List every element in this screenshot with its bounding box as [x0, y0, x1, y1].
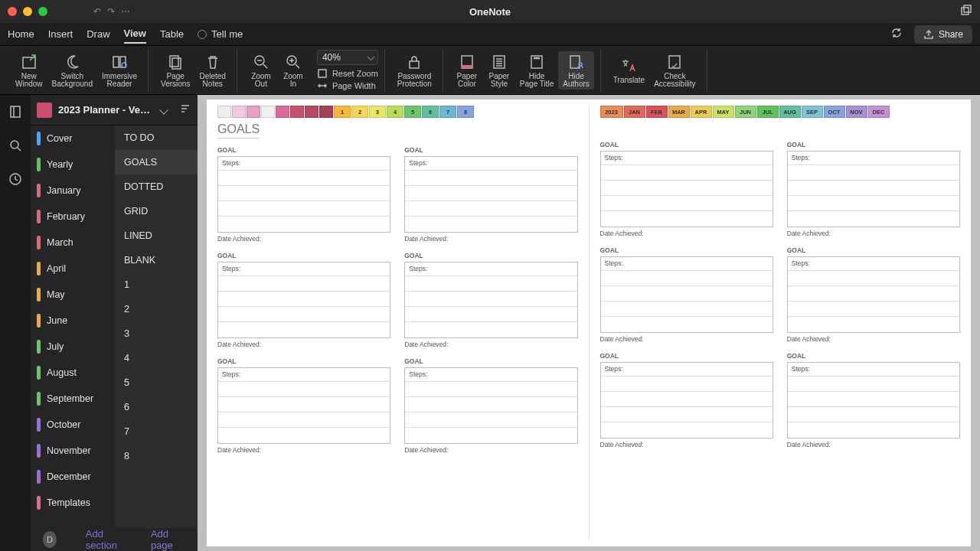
nav-tab[interactable]: [319, 106, 333, 118]
nav-tab[interactable]: NOV: [846, 106, 867, 118]
maximize-window[interactable]: [38, 7, 47, 16]
goal-box[interactable]: Steps:: [600, 362, 773, 439]
nav-tab[interactable]: 7: [439, 106, 456, 118]
nav-tab[interactable]: 2023: [600, 106, 623, 118]
section-item[interactable]: October: [31, 412, 115, 438]
nav-tab[interactable]: 8: [457, 106, 474, 118]
goal-card[interactable]: GOALSteps:Date Achieved:: [217, 357, 390, 454]
page-item[interactable]: 5: [115, 370, 198, 395]
section-item[interactable]: January: [31, 178, 115, 204]
switch-background-button[interactable]: Switch Background: [47, 51, 97, 90]
page-item[interactable]: 2: [115, 297, 198, 321]
page-item[interactable]: DOTTED: [115, 174, 198, 199]
canvas[interactable]: 12345678 GOALS GOALSteps:Date Achieved:G…: [198, 95, 980, 551]
nav-tab[interactable]: [232, 106, 246, 118]
add-section-button[interactable]: Add section: [86, 528, 128, 551]
goal-card[interactable]: GOALSteps:Date Achieved:: [600, 352, 773, 448]
goal-box[interactable]: Steps:: [404, 367, 577, 444]
page-item[interactable]: 3: [115, 321, 198, 346]
minimize-window[interactable]: [23, 7, 32, 16]
menu-insert[interactable]: Insert: [48, 25, 74, 43]
recent-rail-icon[interactable]: [8, 171, 23, 187]
nav-tab[interactable]: [305, 106, 318, 118]
goal-box[interactable]: Steps:: [600, 151, 773, 227]
sort-icon[interactable]: [179, 103, 191, 117]
search-rail-icon[interactable]: [8, 138, 23, 153]
hide-authors-button[interactable]: Hide Authors: [558, 51, 593, 90]
tell-me[interactable]: Tell me: [198, 25, 243, 43]
page-item[interactable]: 4: [115, 346, 198, 370]
section-item[interactable]: February: [31, 204, 115, 230]
nav-tab[interactable]: MAY: [713, 106, 734, 118]
goal-box[interactable]: Steps:: [404, 156, 577, 233]
notebooks-rail-icon[interactable]: [8, 104, 23, 119]
section-item[interactable]: November: [31, 438, 115, 464]
section-item[interactable]: July: [31, 334, 115, 360]
section-item[interactable]: December: [31, 464, 115, 490]
page-item[interactable]: 1: [115, 272, 198, 297]
goal-box[interactable]: Steps:: [787, 256, 960, 333]
nav-tab[interactable]: APR: [691, 106, 712, 118]
page-width-button[interactable]: Page Width: [317, 80, 378, 91]
goal-card[interactable]: GOALSteps:Date Achieved:: [404, 146, 577, 243]
goal-box[interactable]: Steps:: [217, 262, 390, 338]
nav-tab[interactable]: 3: [369, 106, 386, 118]
avatar[interactable]: D: [43, 531, 57, 548]
notebook-header[interactable]: 2023 Planner - Ve…: [31, 95, 198, 126]
goal-box[interactable]: Steps:: [600, 256, 773, 333]
hide-page-title-button[interactable]: Hide Page Title: [515, 51, 558, 90]
nav-tab[interactable]: MAR: [668, 106, 690, 118]
menu-view[interactable]: View: [124, 24, 146, 44]
zoom-select[interactable]: 40%: [317, 50, 378, 65]
paper-style-button[interactable]: Paper Style: [483, 51, 515, 90]
nav-tab[interactable]: DEC: [868, 106, 890, 118]
goal-card[interactable]: GOALSteps:Date Achieved:: [404, 357, 577, 454]
section-item[interactable]: Yearly: [31, 152, 115, 178]
reset-zoom-button[interactable]: Reset Zoom: [317, 68, 378, 79]
page-item[interactable]: TO DO: [115, 126, 198, 150]
section-item[interactable]: June: [31, 308, 115, 334]
page-item[interactable]: GOALS: [115, 150, 198, 174]
goal-card[interactable]: GOALSteps:Date Achieved:: [600, 246, 773, 343]
add-page-button[interactable]: Add page: [151, 528, 185, 551]
menu-table[interactable]: Table: [160, 25, 184, 43]
nav-tab[interactable]: SEP: [802, 106, 823, 118]
page-item[interactable]: 8: [115, 444, 198, 468]
page-item[interactable]: BLANK: [115, 248, 198, 272]
page-item[interactable]: 6: [115, 395, 198, 419]
password-protection-button[interactable]: Password Protection: [393, 51, 436, 90]
section-item[interactable]: May: [31, 282, 115, 308]
page-title[interactable]: GOALS: [217, 122, 260, 139]
close-window[interactable]: [8, 7, 17, 16]
translate-button[interactable]: Translate: [609, 55, 649, 86]
goal-box[interactable]: Steps:: [217, 367, 390, 444]
nav-tab[interactable]: FEB: [646, 106, 668, 118]
menu-home[interactable]: Home: [8, 25, 34, 43]
section-item[interactable]: Templates: [31, 490, 115, 516]
nav-tab[interactable]: [276, 106, 289, 118]
section-item[interactable]: August: [31, 360, 115, 386]
deleted-notes-button[interactable]: Deleted Notes: [194, 51, 230, 90]
goal-box[interactable]: Steps:: [787, 362, 960, 439]
nav-tab[interactable]: OCT: [824, 106, 845, 118]
nav-tab[interactable]: JAN: [624, 106, 645, 118]
page-item[interactable]: GRID: [115, 199, 198, 223]
goal-card[interactable]: GOALSteps:Date Achieved:: [217, 252, 390, 348]
goal-card[interactable]: GOALSteps:Date Achieved:: [217, 146, 390, 243]
more-button[interactable]: ⋯: [121, 6, 130, 17]
goal-card[interactable]: GOALSteps:Date Achieved:: [787, 352, 960, 448]
nav-tab[interactable]: 6: [422, 106, 439, 118]
share-button[interactable]: Share: [914, 25, 972, 44]
window-mode-icon[interactable]: [960, 8, 972, 19]
goal-card[interactable]: GOALSteps:Date Achieved:: [600, 141, 773, 237]
redo-button[interactable]: ↷: [107, 6, 115, 17]
goal-card[interactable]: GOALSteps:Date Achieved:: [404, 252, 577, 348]
nav-tab[interactable]: 2: [351, 106, 368, 118]
nav-tab[interactable]: 5: [404, 106, 421, 118]
nav-tab[interactable]: JUN: [735, 106, 756, 118]
goal-box[interactable]: Steps:: [217, 156, 390, 233]
nav-tab[interactable]: 4: [387, 106, 403, 118]
menu-draw[interactable]: Draw: [87, 25, 109, 43]
check-accessibility-button[interactable]: Check Accessibility: [649, 51, 700, 90]
nav-tab[interactable]: JUL: [757, 106, 779, 118]
